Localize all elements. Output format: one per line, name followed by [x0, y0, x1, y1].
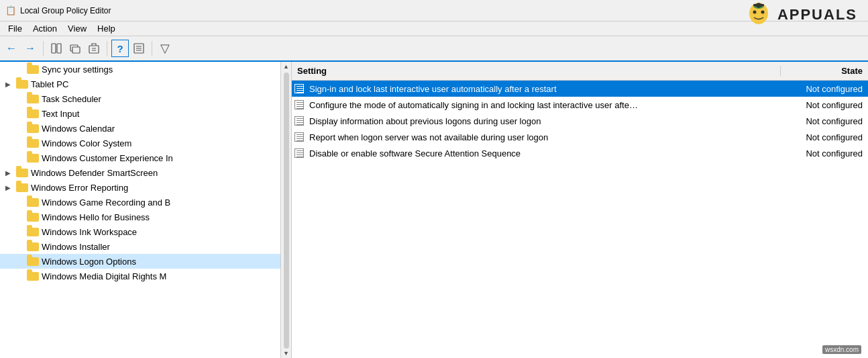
new-window-icon	[70, 43, 80, 54]
tree-item-label: Sync your settings	[42, 64, 113, 75]
tree-item-label: Windows Hello for Business	[42, 212, 150, 222]
appuals-text: APPUALS	[777, 6, 857, 24]
expand-arrow	[16, 66, 27, 73]
folder-icon	[27, 257, 39, 266]
settings-header: Setting State	[292, 62, 868, 81]
policy-icon-report	[292, 132, 307, 142]
tree-item-label: Windows Ink Workspace	[42, 227, 137, 237]
toolbar-separator-3	[152, 41, 152, 56]
tree-item-label: Task Scheduler	[42, 94, 101, 104]
tree-item-windows-media[interactable]: Windows Media Digital Rights M	[0, 269, 291, 283]
menu-bar: File Action View Help	[0, 21, 868, 36]
svg-point-1	[753, 11, 756, 14]
tree-item-windows-calendar[interactable]: Windows Calendar	[0, 121, 291, 136]
back-button[interactable]: ←	[3, 40, 20, 57]
expand-arrow: ▶	[5, 184, 16, 191]
tree-item-windows-ink-workspace[interactable]: Windows Ink Workspace	[0, 224, 291, 239]
tree-item-label: Windows Game Recording and B	[42, 197, 170, 208]
properties-button[interactable]	[130, 40, 148, 57]
help-button[interactable]: ?	[111, 40, 129, 57]
toolbar-separator-2	[107, 41, 107, 56]
tree-item-label: Windows Error Reporting	[31, 183, 128, 193]
tree-item-windows-error-reporting[interactable]: ▶ Windows Error Reporting	[0, 180, 291, 195]
tree-item-windows-installer[interactable]: Windows Installer	[0, 239, 291, 254]
tree-item-label: Text Input	[42, 109, 79, 119]
tree-item-text-input[interactable]: Text Input	[0, 106, 291, 121]
folder-icon	[27, 242, 39, 251]
expand-arrow	[16, 228, 27, 236]
expand-arrow	[16, 199, 27, 206]
tree-item-tablet-pc[interactable]: ▶ Tablet PC	[0, 77, 291, 91]
menu-action[interactable]: Action	[28, 22, 62, 35]
folder-icon	[27, 272, 39, 281]
app-icon: 📋	[5, 5, 16, 16]
forward-button[interactable]: →	[21, 40, 39, 57]
filter-button[interactable]: ▽	[156, 40, 174, 57]
folder-icon	[27, 154, 39, 163]
settings-row-state-configure: Not configured	[781, 100, 868, 110]
tree-item-label: Windows Calendar	[42, 124, 115, 134]
title-bar: 📋 Local Group Policy Editor APPUALS	[0, 0, 868, 21]
settings-row-report-logon[interactable]: Report when logon server was not availab…	[292, 129, 868, 145]
folder-icon	[27, 95, 39, 103]
scrollbar[interactable]: ▲ ▼	[280, 62, 291, 358]
menu-view[interactable]: View	[62, 22, 92, 35]
appuals-logo: APPUALS	[744, 3, 857, 27]
expand-arrow	[16, 154, 27, 162]
policy-icon-shape	[294, 116, 304, 126]
settings-row-disable-enable-sas[interactable]: Disable or enable software Secure Attent…	[292, 145, 868, 161]
settings-row-signin-lock[interactable]: Sign-in and lock last interactive user a…	[292, 81, 868, 97]
toolbar: ← → ? ▽	[0, 36, 868, 62]
settings-list: Sign-in and lock last interactive user a…	[292, 81, 868, 358]
policy-icon-shape	[294, 84, 304, 93]
settings-row-text-display: Display information about previous logon…	[307, 116, 781, 126]
folder-icon	[16, 183, 28, 192]
expand-arrow: ▶	[5, 169, 16, 177]
folder-icon	[27, 198, 39, 207]
show-console-tree-button[interactable]	[48, 40, 65, 57]
expand-arrow	[16, 243, 27, 251]
tree-item-windows-hello[interactable]: Windows Hello for Business	[0, 210, 291, 224]
scroll-thumb[interactable]	[284, 73, 289, 349]
tree-item-sync-settings[interactable]: Sync your settings	[0, 62, 291, 77]
expand-arrow	[16, 258, 27, 265]
folder-icon	[27, 139, 39, 148]
tree-item-label: Windows Media Digital Rights M	[42, 271, 166, 281]
settings-row-state-display: Not configured	[781, 116, 868, 126]
expand-arrow	[16, 214, 27, 221]
settings-row-text-report: Report when logon server was not availab…	[307, 132, 781, 142]
settings-row-text-configure: Configure the mode of automatically sign…	[307, 100, 781, 110]
tree-item-windows-color-system[interactable]: Windows Color System	[0, 136, 291, 150]
tree-item-task-scheduler[interactable]: Task Scheduler	[0, 91, 291, 106]
tree-item-label: Windows Defender SmartScreen	[31, 168, 158, 178]
settings-row-display-info[interactable]: Display information about previous logon…	[292, 113, 868, 129]
tree-item-windows-game-recording[interactable]: Windows Game Recording and B	[0, 195, 291, 210]
tree-item-label: Tablet PC	[31, 79, 68, 89]
scroll-up-arrow[interactable]: ▲	[283, 63, 289, 70]
settings-row-configure-mode[interactable]: Configure the mode of automatically sign…	[292, 97, 868, 113]
policy-icon-sas	[292, 148, 307, 158]
tree-item-windows-logon-options[interactable]: Windows Logon Options	[0, 254, 291, 269]
export-button[interactable]	[85, 40, 103, 57]
appuals-logo-icon	[744, 3, 773, 27]
console-tree-icon	[51, 43, 62, 54]
menu-file[interactable]: File	[3, 22, 28, 35]
expand-arrow	[16, 125, 27, 132]
folder-icon	[27, 213, 39, 222]
folder-icon	[16, 169, 28, 177]
svg-rect-10	[89, 46, 99, 53]
tree-item-windows-defender[interactable]: ▶ Windows Defender SmartScreen	[0, 165, 291, 180]
settings-row-state-signin: Not configured	[781, 84, 868, 94]
wsxdn-badge: wsxdn.com	[822, 345, 861, 354]
settings-column-header: Setting	[292, 66, 781, 76]
policy-icon-shape	[294, 100, 304, 109]
expand-arrow: ▶	[5, 81, 16, 88]
scroll-down-arrow[interactable]: ▼	[283, 350, 289, 357]
settings-row-state-report: Not configured	[781, 132, 868, 142]
tree-item-label: Windows Installer	[42, 242, 110, 252]
svg-rect-9	[72, 47, 80, 53]
expand-arrow	[16, 110, 27, 118]
new-window-button[interactable]	[66, 40, 84, 57]
tree-item-windows-customer-experience[interactable]: Windows Customer Experience In	[0, 150, 291, 165]
menu-help[interactable]: Help	[92, 22, 121, 35]
